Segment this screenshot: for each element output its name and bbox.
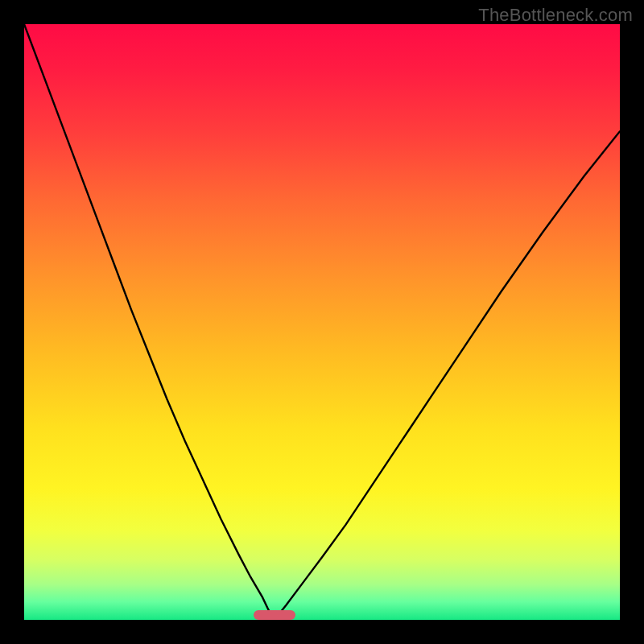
bottleneck-curve bbox=[24, 24, 620, 620]
plot-area bbox=[24, 24, 620, 620]
optimal-marker bbox=[254, 610, 295, 620]
watermark-text: TheBottleneck.com bbox=[478, 5, 633, 26]
chart-frame: TheBottleneck.com bbox=[0, 0, 644, 644]
